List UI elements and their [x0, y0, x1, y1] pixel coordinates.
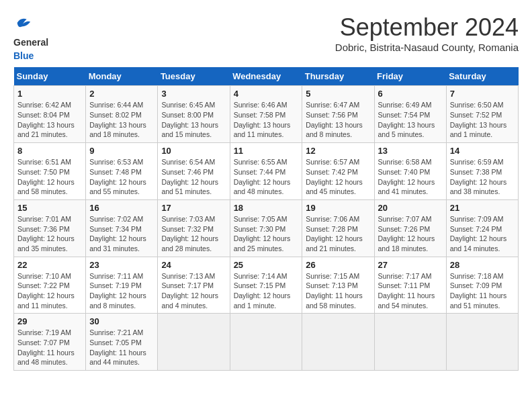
calendar-cell: 2Sunrise: 6:44 AM Sunset: 8:02 PM Daylig… [86, 86, 158, 143]
day-info: Sunrise: 6:53 AM Sunset: 7:48 PM Dayligh… [89, 157, 154, 197]
day-info: Sunrise: 7:06 AM Sunset: 7:28 PM Dayligh… [306, 214, 370, 254]
calendar-cell: 7Sunrise: 6:50 AM Sunset: 7:52 PM Daylig… [446, 86, 518, 143]
calendar-cell: 21Sunrise: 7:09 AM Sunset: 7:24 PM Dayli… [446, 199, 518, 257]
calendar-cell: 28Sunrise: 7:18 AM Sunset: 7:09 PM Dayli… [446, 257, 518, 314]
day-number: 29 [17, 316, 82, 326]
calendar-week-row: 22Sunrise: 7:10 AM Sunset: 7:22 PM Dayli… [14, 257, 519, 314]
day-number: 10 [161, 146, 226, 156]
day-info: Sunrise: 7:17 AM Sunset: 7:11 PM Dayligh… [378, 271, 443, 311]
day-info: Sunrise: 7:03 AM Sunset: 7:32 PM Dayligh… [161, 214, 226, 254]
day-number: 2 [89, 89, 154, 99]
day-info: Sunrise: 6:49 AM Sunset: 7:54 PM Dayligh… [378, 100, 443, 140]
day-number: 26 [306, 260, 370, 270]
calendar-cell: 26Sunrise: 7:15 AM Sunset: 7:13 PM Dayli… [302, 257, 374, 314]
header-wednesday: Wednesday [230, 67, 302, 86]
day-number: 16 [89, 203, 154, 213]
day-info: Sunrise: 7:02 AM Sunset: 7:34 PM Dayligh… [89, 214, 154, 254]
calendar-cell [158, 314, 230, 371]
calendar-body: 1Sunrise: 6:42 AM Sunset: 8:04 PM Daylig… [14, 86, 519, 371]
day-number: 13 [378, 146, 443, 156]
day-number: 23 [89, 260, 154, 270]
calendar-cell: 22Sunrise: 7:10 AM Sunset: 7:22 PM Dayli… [14, 257, 86, 314]
calendar-header: SundayMondayTuesdayWednesdayThursdayFrid… [14, 67, 519, 86]
day-number: 3 [161, 89, 226, 99]
header-saturday: Saturday [446, 67, 518, 86]
day-number: 1 [17, 89, 82, 99]
day-number: 24 [161, 260, 226, 270]
header-tuesday: Tuesday [158, 67, 230, 86]
calendar-cell: 30Sunrise: 7:21 AM Sunset: 7:05 PM Dayli… [86, 314, 158, 371]
calendar-table: SundayMondayTuesdayWednesdayThursdayFrid… [13, 67, 519, 371]
day-info: Sunrise: 7:15 AM Sunset: 7:13 PM Dayligh… [306, 271, 370, 311]
header-sunday: Sunday [14, 67, 86, 86]
location: Dobric, Bistrita-Nasaud County, Romania [335, 42, 519, 53]
calendar-cell: 11Sunrise: 6:55 AM Sunset: 7:44 PM Dayli… [230, 143, 302, 200]
day-info: Sunrise: 7:13 AM Sunset: 7:17 PM Dayligh… [161, 271, 226, 311]
day-info: Sunrise: 6:58 AM Sunset: 7:40 PM Dayligh… [378, 157, 443, 197]
day-info: Sunrise: 7:07 AM Sunset: 7:26 PM Dayligh… [378, 214, 443, 254]
day-info: Sunrise: 6:59 AM Sunset: 7:38 PM Dayligh… [450, 157, 515, 197]
calendar-cell [230, 314, 302, 371]
calendar-cell: 24Sunrise: 7:13 AM Sunset: 7:17 PM Dayli… [158, 257, 230, 314]
calendar-cell: 15Sunrise: 7:01 AM Sunset: 7:36 PM Dayli… [14, 199, 86, 257]
calendar-cell: 3Sunrise: 6:45 AM Sunset: 8:00 PM Daylig… [158, 86, 230, 143]
day-number: 14 [450, 146, 515, 156]
day-number: 6 [378, 89, 443, 99]
day-number: 17 [161, 203, 226, 213]
day-info: Sunrise: 7:05 AM Sunset: 7:30 PM Dayligh… [234, 214, 299, 254]
calendar-cell: 18Sunrise: 7:05 AM Sunset: 7:30 PM Dayli… [230, 199, 302, 257]
day-info: Sunrise: 7:21 AM Sunset: 7:05 PM Dayligh… [89, 328, 154, 367]
day-info: Sunrise: 7:10 AM Sunset: 7:22 PM Dayligh… [17, 271, 82, 311]
day-number: 11 [234, 146, 299, 156]
day-number: 19 [306, 203, 370, 213]
day-info: Sunrise: 6:45 AM Sunset: 8:00 PM Dayligh… [161, 100, 226, 140]
day-number: 8 [17, 146, 82, 156]
title-section: September 2024 Dobric, Bistrita-Nasaud C… [335, 13, 519, 53]
calendar-cell: 8Sunrise: 6:51 AM Sunset: 7:50 PM Daylig… [14, 143, 86, 200]
day-info: Sunrise: 7:01 AM Sunset: 7:36 PM Dayligh… [17, 214, 82, 254]
day-info: Sunrise: 7:19 AM Sunset: 7:07 PM Dayligh… [17, 328, 82, 367]
day-number: 30 [89, 316, 154, 326]
calendar-week-row: 15Sunrise: 7:01 AM Sunset: 7:36 PM Dayli… [14, 199, 519, 257]
day-info: Sunrise: 6:47 AM Sunset: 7:56 PM Dayligh… [306, 100, 370, 140]
calendar-cell: 12Sunrise: 6:57 AM Sunset: 7:42 PM Dayli… [302, 143, 374, 200]
calendar-cell: 17Sunrise: 7:03 AM Sunset: 7:32 PM Dayli… [158, 199, 230, 257]
day-number: 21 [450, 203, 515, 213]
calendar-cell: 27Sunrise: 7:17 AM Sunset: 7:11 PM Dayli… [374, 257, 446, 314]
logo-blue: Blue [13, 50, 34, 61]
month-title: September 2024 [335, 13, 519, 42]
day-info: Sunrise: 6:46 AM Sunset: 7:58 PM Dayligh… [234, 100, 299, 140]
day-number: 20 [378, 203, 443, 213]
logo-bird-icon [13, 13, 32, 32]
day-number: 5 [306, 89, 370, 99]
calendar-cell: 23Sunrise: 7:11 AM Sunset: 7:19 PM Dayli… [86, 257, 158, 314]
day-info: Sunrise: 6:51 AM Sunset: 7:50 PM Dayligh… [17, 157, 82, 197]
calendar-cell: 9Sunrise: 6:53 AM Sunset: 7:48 PM Daylig… [86, 143, 158, 200]
day-number: 27 [378, 260, 443, 270]
header-friday: Friday [374, 67, 446, 86]
day-number: 15 [17, 203, 82, 213]
header-row: SundayMondayTuesdayWednesdayThursdayFrid… [14, 67, 519, 86]
day-number: 12 [306, 146, 370, 156]
calendar-week-row: 29Sunrise: 7:19 AM Sunset: 7:07 PM Dayli… [14, 314, 519, 371]
calendar-cell: 20Sunrise: 7:07 AM Sunset: 7:26 PM Dayli… [374, 199, 446, 257]
day-info: Sunrise: 7:14 AM Sunset: 7:15 PM Dayligh… [234, 271, 299, 311]
calendar-cell: 14Sunrise: 6:59 AM Sunset: 7:38 PM Dayli… [446, 143, 518, 200]
day-number: 28 [450, 260, 515, 270]
day-number: 22 [17, 260, 82, 270]
calendar-cell: 10Sunrise: 6:54 AM Sunset: 7:46 PM Dayli… [158, 143, 230, 200]
calendar-cell: 4Sunrise: 6:46 AM Sunset: 7:58 PM Daylig… [230, 86, 302, 143]
day-info: Sunrise: 6:55 AM Sunset: 7:44 PM Dayligh… [234, 157, 299, 197]
calendar-cell: 5Sunrise: 6:47 AM Sunset: 7:56 PM Daylig… [302, 86, 374, 143]
day-info: Sunrise: 7:11 AM Sunset: 7:19 PM Dayligh… [89, 271, 154, 311]
calendar-week-row: 1Sunrise: 6:42 AM Sunset: 8:04 PM Daylig… [14, 86, 519, 143]
day-info: Sunrise: 6:54 AM Sunset: 7:46 PM Dayligh… [161, 157, 226, 197]
logo: General Blue [13, 13, 48, 62]
day-info: Sunrise: 6:57 AM Sunset: 7:42 PM Dayligh… [306, 157, 370, 197]
day-info: Sunrise: 6:44 AM Sunset: 8:02 PM Dayligh… [89, 100, 154, 140]
logo-general: General [13, 37, 48, 48]
header-thursday: Thursday [302, 67, 374, 86]
day-number: 18 [234, 203, 299, 213]
day-number: 25 [234, 260, 299, 270]
calendar-cell: 13Sunrise: 6:58 AM Sunset: 7:40 PM Dayli… [374, 143, 446, 200]
